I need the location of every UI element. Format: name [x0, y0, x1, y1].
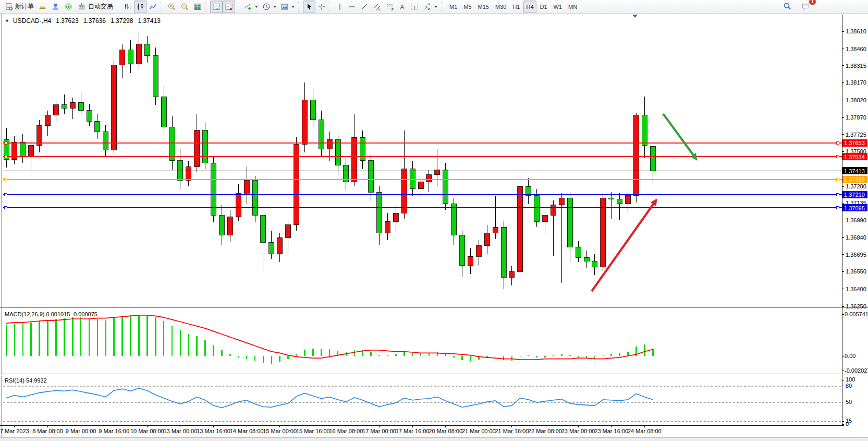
timeframe-M30[interactable]: M30: [493, 1, 509, 13]
macd-tick-label: 0.00: [845, 353, 855, 359]
candlestick-chart-icon: [136, 3, 144, 11]
vertical-line-button[interactable]: [334, 1, 346, 13]
time-tick-label: 14 Mar 08:00: [230, 428, 264, 434]
bull-candle: [286, 225, 291, 238]
macd-tick-label: -0.002027: [845, 367, 868, 374]
bear-candle: [609, 198, 614, 199]
cursor-button[interactable]: [303, 1, 315, 13]
timeframe-W1[interactable]: W1: [551, 1, 565, 13]
candlestick-chart-button[interactable]: [134, 1, 146, 13]
hline-handle[interactable]: [4, 207, 7, 209]
search-icon: [783, 2, 792, 11]
equidistant-channel-button[interactable]: E: [371, 1, 384, 13]
bull-candle: [244, 181, 249, 194]
bull-candle: [70, 102, 75, 108]
time-tick-label: 23 Mar 00:00: [561, 428, 595, 434]
window-bottom-strip: [0, 437, 868, 441]
signals-button[interactable]: [62, 1, 75, 13]
bull-candle: [401, 169, 407, 213]
hline-handle[interactable]: [836, 156, 839, 158]
bear-candle: [128, 50, 133, 64]
search-button[interactable]: [781, 1, 794, 13]
price-tag-label: 1.37413: [844, 168, 865, 174]
time-tick-label: 23 Mar 16:00: [594, 428, 628, 434]
text-label-button[interactable]: T: [408, 1, 421, 13]
chart-shift-button[interactable]: [223, 1, 235, 13]
periods-button[interactable]: [260, 1, 278, 13]
deposit-button[interactable]: [36, 1, 49, 13]
hline-handle[interactable]: [4, 141, 7, 144]
notifications-button[interactable]: 1: [799, 1, 813, 13]
chart-window[interactable]: 1.386101.384601.383151.381701.380201.378…: [0, 14, 868, 441]
timeframe-H4[interactable]: H4: [523, 1, 536, 13]
main-toolbar: 新订单 自动交易: [0, 0, 868, 14]
trendline-button[interactable]: [358, 1, 371, 13]
bear-candle: [203, 130, 208, 163]
bear-candle: [451, 204, 457, 235]
bear-candle: [261, 216, 266, 242]
tile-windows-button[interactable]: [191, 1, 204, 13]
timeframe-M15[interactable]: M15: [475, 1, 492, 13]
chart-background[interactable]: [0, 14, 868, 441]
chart-shift-icon: [225, 3, 233, 11]
price-tick-label: 1.36990: [846, 217, 866, 223]
autotrading-button[interactable]: 自动交易: [75, 1, 115, 13]
svg-text:F: F: [392, 7, 394, 11]
price-tick-label: 1.37725: [846, 132, 866, 138]
bull-candle: [418, 182, 423, 188]
vertical-line-icon: [336, 3, 344, 11]
crosshair-button[interactable]: [315, 1, 328, 13]
timeframe-M5[interactable]: M5: [461, 1, 474, 13]
hline-handle[interactable]: [836, 207, 839, 209]
shapes-button[interactable]: [421, 1, 439, 13]
indicators-dropdown-caret: [255, 6, 258, 9]
templates-button[interactable]: [278, 1, 297, 13]
close-value: 1.37413: [138, 17, 160, 25]
hline-handle[interactable]: [836, 141, 839, 144]
fibonacci-button[interactable]: F: [384, 1, 397, 13]
hline-handle[interactable]: [836, 178, 839, 181]
rsi-tick-label: 100: [846, 376, 855, 383]
bar-chart-button[interactable]: [121, 1, 134, 13]
bear-candle: [269, 242, 274, 254]
bear-candle: [650, 146, 655, 171]
time-tick-label: 21 Mar 00:00: [462, 428, 496, 434]
time-tick-label: 13 Mar 16:00: [197, 428, 230, 434]
timeframe-D1[interactable]: D1: [537, 1, 550, 13]
headset-person-icon: [51, 3, 60, 11]
bear-candle: [169, 127, 175, 161]
hline-handle[interactable]: [836, 193, 839, 196]
timeframe-M1[interactable]: M1: [447, 1, 460, 13]
hline-handle[interactable]: [4, 156, 7, 158]
bear-candle: [310, 100, 315, 120]
bear-candle: [103, 132, 108, 150]
line-chart-button[interactable]: [146, 1, 159, 13]
new-order-button[interactable]: 新订单: [3, 1, 36, 13]
autotrading-label: 自动交易: [88, 2, 113, 11]
shapes-dropdown-caret: [434, 6, 437, 9]
hline-handle[interactable]: [4, 178, 7, 181]
svg-text:A: A: [400, 3, 405, 10]
text-tool-icon: A: [399, 3, 406, 11]
timeframe-MN[interactable]: MN: [566, 1, 580, 13]
support-button[interactable]: [49, 1, 62, 13]
indicators-button[interactable]: [241, 1, 260, 13]
horizontal-line-button[interactable]: [346, 1, 358, 13]
zoom-in-button[interactable]: [165, 1, 178, 13]
price-tick-label: 1.36400: [846, 286, 866, 292]
zoom-out-button[interactable]: [178, 1, 191, 13]
hline-handle[interactable]: [4, 193, 7, 196]
chart-canvas[interactable]: 1.386101.384601.383151.381701.380201.378…: [0, 14, 868, 441]
bear-candle: [161, 97, 166, 127]
text-tool-button[interactable]: A: [397, 1, 408, 13]
rsi-tick-label: 50: [846, 399, 852, 405]
trendline-icon: [360, 3, 369, 11]
price-tick-label: 1.37280: [846, 183, 866, 189]
auto-scroll-button[interactable]: [210, 1, 223, 13]
horizontal-line-icon: [348, 3, 356, 11]
robot-icon: [77, 3, 86, 11]
one-click-trading-toggle[interactable]: ▼: [5, 18, 9, 23]
equidistant-channel-icon: E: [373, 3, 382, 11]
arrows-shapes-icon: [423, 3, 432, 11]
timeframe-H1[interactable]: H1: [510, 1, 522, 13]
